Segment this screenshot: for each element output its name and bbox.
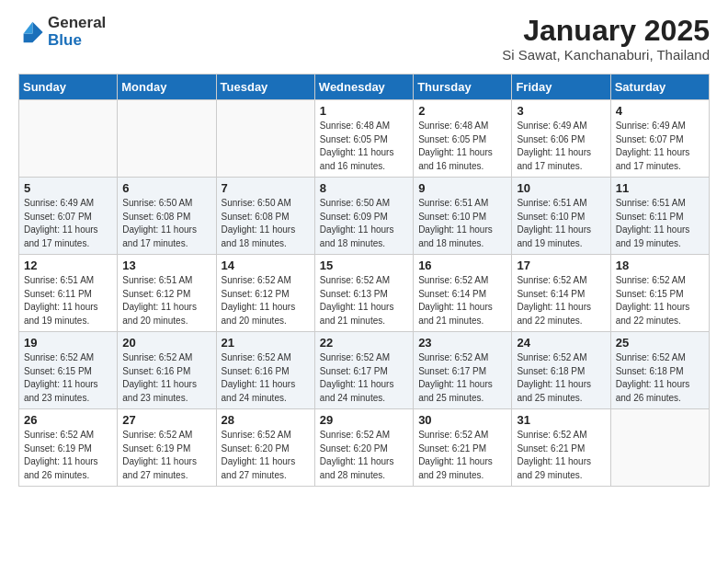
calendar-table: SundayMondayTuesdayWednesdayThursdayFrid… bbox=[18, 74, 710, 487]
day-number: 15 bbox=[320, 259, 408, 272]
calendar-cell: 30Sunrise: 6:52 AMSunset: 6:21 PMDayligh… bbox=[414, 409, 512, 487]
day-number: 16 bbox=[418, 259, 506, 272]
calendar-week-3: 12Sunrise: 6:51 AMSunset: 6:11 PMDayligh… bbox=[19, 255, 710, 332]
calendar-cell: 11Sunrise: 6:51 AMSunset: 6:11 PMDayligh… bbox=[610, 178, 709, 255]
calendar-cell: 3Sunrise: 6:49 AMSunset: 6:06 PMDaylight… bbox=[512, 100, 610, 178]
calendar-week-2: 5Sunrise: 6:49 AMSunset: 6:07 PMDaylight… bbox=[19, 178, 710, 255]
day-detail: Sunrise: 6:52 AMSunset: 6:21 PMDaylight:… bbox=[418, 429, 506, 482]
calendar-cell: 20Sunrise: 6:52 AMSunset: 6:16 PMDayligh… bbox=[118, 332, 216, 409]
calendar-cell: 24Sunrise: 6:52 AMSunset: 6:18 PMDayligh… bbox=[512, 332, 610, 409]
calendar-cell: 31Sunrise: 6:52 AMSunset: 6:21 PMDayligh… bbox=[512, 409, 610, 487]
calendar-cell: 14Sunrise: 6:52 AMSunset: 6:12 PMDayligh… bbox=[216, 255, 314, 332]
day-number: 3 bbox=[517, 104, 605, 118]
day-detail: Sunrise: 6:48 AMSunset: 6:05 PMDaylight:… bbox=[320, 120, 408, 173]
day-number: 7 bbox=[222, 181, 310, 195]
day-number: 17 bbox=[517, 259, 605, 272]
calendar-cell: 27Sunrise: 6:52 AMSunset: 6:19 PMDayligh… bbox=[118, 409, 216, 487]
calendar-week-5: 26Sunrise: 6:52 AMSunset: 6:19 PMDayligh… bbox=[19, 409, 710, 487]
day-detail: Sunrise: 6:50 AMSunset: 6:09 PMDaylight:… bbox=[320, 197, 408, 250]
day-detail: Sunrise: 6:52 AMSunset: 6:21 PMDaylight:… bbox=[517, 429, 605, 482]
calendar-cell: 13Sunrise: 6:51 AMSunset: 6:12 PMDayligh… bbox=[118, 255, 216, 332]
day-detail: Sunrise: 6:52 AMSunset: 6:14 PMDaylight:… bbox=[418, 274, 506, 327]
calendar-cell: 21Sunrise: 6:52 AMSunset: 6:16 PMDayligh… bbox=[216, 332, 314, 409]
logo: General Blue bbox=[18, 15, 106, 49]
day-number: 19 bbox=[24, 336, 112, 350]
calendar-cell bbox=[216, 100, 314, 178]
weekday-tuesday: Tuesday bbox=[216, 75, 314, 100]
svg-marker-1 bbox=[24, 21, 33, 33]
day-number: 14 bbox=[222, 259, 310, 272]
calendar-cell: 5Sunrise: 6:49 AMSunset: 6:07 PMDaylight… bbox=[19, 178, 118, 255]
weekday-thursday: Thursday bbox=[414, 75, 512, 100]
logo-blue: Blue bbox=[48, 32, 106, 50]
calendar-week-1: 1Sunrise: 6:48 AMSunset: 6:05 PMDaylight… bbox=[19, 100, 710, 178]
weekday-friday: Friday bbox=[512, 75, 610, 100]
day-detail: Sunrise: 6:52 AMSunset: 6:18 PMDaylight:… bbox=[616, 351, 704, 405]
calendar-cell: 26Sunrise: 6:52 AMSunset: 6:19 PMDayligh… bbox=[19, 409, 118, 487]
day-number: 8 bbox=[320, 181, 408, 195]
day-number: 28 bbox=[222, 413, 310, 427]
day-number: 6 bbox=[122, 181, 210, 195]
day-detail: Sunrise: 6:49 AMSunset: 6:06 PMDaylight:… bbox=[517, 120, 605, 173]
day-detail: Sunrise: 6:52 AMSunset: 6:16 PMDaylight:… bbox=[222, 351, 310, 405]
calendar-cell: 29Sunrise: 6:52 AMSunset: 6:20 PMDayligh… bbox=[314, 409, 413, 487]
day-number: 22 bbox=[320, 336, 408, 350]
day-number: 11 bbox=[616, 181, 704, 195]
calendar-cell: 22Sunrise: 6:52 AMSunset: 6:17 PMDayligh… bbox=[314, 332, 413, 409]
logo-general: General bbox=[48, 15, 106, 32]
day-detail: Sunrise: 6:52 AMSunset: 6:12 PMDaylight:… bbox=[222, 274, 310, 327]
day-number: 31 bbox=[517, 413, 605, 427]
calendar-cell: 8Sunrise: 6:50 AMSunset: 6:09 PMDaylight… bbox=[314, 178, 413, 255]
day-detail: Sunrise: 6:51 AMSunset: 6:11 PMDaylight:… bbox=[24, 274, 112, 327]
page-header: General Blue January 2025 Si Sawat, Kanc… bbox=[18, 15, 710, 63]
day-detail: Sunrise: 6:52 AMSunset: 6:13 PMDaylight:… bbox=[320, 274, 408, 327]
day-number: 5 bbox=[24, 181, 112, 195]
day-number: 21 bbox=[222, 336, 310, 350]
day-number: 20 bbox=[122, 336, 210, 350]
calendar-cell: 1Sunrise: 6:48 AMSunset: 6:05 PMDaylight… bbox=[314, 100, 413, 178]
calendar-cell: 12Sunrise: 6:51 AMSunset: 6:11 PMDayligh… bbox=[19, 255, 118, 332]
calendar-cell: 16Sunrise: 6:52 AMSunset: 6:14 PMDayligh… bbox=[414, 255, 512, 332]
day-number: 25 bbox=[616, 336, 704, 350]
day-number: 18 bbox=[616, 259, 704, 272]
calendar-cell: 9Sunrise: 6:51 AMSunset: 6:10 PMDaylight… bbox=[414, 178, 512, 255]
day-detail: Sunrise: 6:49 AMSunset: 6:07 PMDaylight:… bbox=[24, 197, 112, 250]
title-section: January 2025 Si Sawat, Kanchanaburi, Tha… bbox=[502, 15, 710, 63]
day-detail: Sunrise: 6:51 AMSunset: 6:11 PMDaylight:… bbox=[616, 197, 704, 250]
day-number: 2 bbox=[418, 104, 506, 118]
calendar-cell: 23Sunrise: 6:52 AMSunset: 6:17 PMDayligh… bbox=[414, 332, 512, 409]
day-detail: Sunrise: 6:52 AMSunset: 6:17 PMDaylight:… bbox=[418, 351, 506, 405]
calendar-cell: 15Sunrise: 6:52 AMSunset: 6:13 PMDayligh… bbox=[314, 255, 413, 332]
day-detail: Sunrise: 6:51 AMSunset: 6:10 PMDaylight:… bbox=[418, 197, 506, 250]
day-detail: Sunrise: 6:52 AMSunset: 6:20 PMDaylight:… bbox=[320, 429, 408, 482]
day-number: 23 bbox=[418, 336, 506, 350]
calendar-cell: 2Sunrise: 6:48 AMSunset: 6:05 PMDaylight… bbox=[414, 100, 512, 178]
weekday-saturday: Saturday bbox=[610, 75, 709, 100]
day-number: 27 bbox=[122, 413, 210, 427]
calendar-cell bbox=[19, 100, 118, 178]
month-title: January 2025 bbox=[502, 15, 710, 47]
day-detail: Sunrise: 6:50 AMSunset: 6:08 PMDaylight:… bbox=[122, 197, 210, 250]
logo-icon bbox=[18, 19, 44, 45]
calendar-cell: 19Sunrise: 6:52 AMSunset: 6:15 PMDayligh… bbox=[19, 332, 118, 409]
day-number: 30 bbox=[418, 413, 506, 427]
calendar-week-4: 19Sunrise: 6:52 AMSunset: 6:15 PMDayligh… bbox=[19, 332, 710, 409]
calendar-cell: 7Sunrise: 6:50 AMSunset: 6:08 PMDaylight… bbox=[216, 178, 314, 255]
day-number: 10 bbox=[517, 181, 605, 195]
day-detail: Sunrise: 6:48 AMSunset: 6:05 PMDaylight:… bbox=[418, 120, 506, 173]
calendar-cell: 18Sunrise: 6:52 AMSunset: 6:15 PMDayligh… bbox=[610, 255, 709, 332]
day-number: 12 bbox=[24, 259, 112, 272]
weekday-header-row: SundayMondayTuesdayWednesdayThursdayFrid… bbox=[19, 75, 710, 100]
location-title: Si Sawat, Kanchanaburi, Thailand bbox=[502, 47, 710, 63]
calendar-cell: 25Sunrise: 6:52 AMSunset: 6:18 PMDayligh… bbox=[610, 332, 709, 409]
day-detail: Sunrise: 6:52 AMSunset: 6:19 PMDaylight:… bbox=[24, 429, 112, 482]
calendar-cell: 17Sunrise: 6:52 AMSunset: 6:14 PMDayligh… bbox=[512, 255, 610, 332]
calendar-cell bbox=[610, 409, 709, 487]
day-detail: Sunrise: 6:52 AMSunset: 6:15 PMDaylight:… bbox=[616, 274, 704, 327]
calendar-cell: 28Sunrise: 6:52 AMSunset: 6:20 PMDayligh… bbox=[216, 409, 314, 487]
day-detail: Sunrise: 6:51 AMSunset: 6:10 PMDaylight:… bbox=[517, 197, 605, 250]
day-detail: Sunrise: 6:52 AMSunset: 6:15 PMDaylight:… bbox=[24, 351, 112, 405]
calendar-cell bbox=[118, 100, 216, 178]
day-detail: Sunrise: 6:49 AMSunset: 6:07 PMDaylight:… bbox=[616, 120, 704, 173]
day-detail: Sunrise: 6:52 AMSunset: 6:17 PMDaylight:… bbox=[320, 351, 408, 405]
